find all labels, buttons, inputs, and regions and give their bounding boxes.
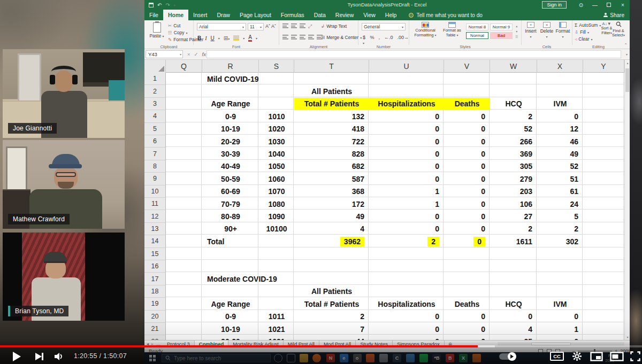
cell-U5[interactable]: 0 bbox=[369, 123, 444, 135]
font-color-icon[interactable]: A bbox=[248, 34, 252, 42]
autoplay-toggle[interactable] bbox=[496, 348, 518, 364]
format-cells-button[interactable]: Format▾ bbox=[555, 22, 571, 39]
col-header-hcq[interactable]: HCQ bbox=[490, 298, 537, 310]
grow-shrink-font-icons[interactable]: Aˆ Aˇ bbox=[265, 24, 276, 29]
close-button[interactable]: × bbox=[616, 0, 630, 10]
column-header-U[interactable]: U bbox=[369, 60, 444, 73]
col-header-age-range[interactable]: Age Range bbox=[202, 98, 259, 110]
orientation-icon[interactable]: ⤢ bbox=[308, 24, 312, 29]
cell-X13[interactable]: 2 bbox=[537, 223, 583, 235]
col-header-deaths[interactable]: Deaths bbox=[444, 98, 490, 110]
menu-tab-review[interactable]: Review bbox=[331, 10, 358, 20]
row-header-14[interactable]: 14 bbox=[144, 235, 166, 247]
col-header-ivm[interactable]: IVM bbox=[537, 298, 583, 310]
font-name-select[interactable]: Arial▾ bbox=[197, 23, 246, 30]
vertical-scroll-thumb[interactable] bbox=[625, 68, 629, 92]
restore-button[interactable] bbox=[602, 0, 616, 10]
menu-tab-formulas[interactable]: Formulas bbox=[276, 10, 309, 20]
cancel-icon[interactable]: × bbox=[187, 51, 190, 57]
cell-W5[interactable]: 52 bbox=[490, 123, 537, 135]
row-header-13[interactable]: 13 bbox=[144, 223, 166, 235]
align-top-icon[interactable] bbox=[282, 24, 288, 28]
col-header-total-patients[interactable]: Total # Patients bbox=[294, 298, 369, 310]
total-value-V[interactable]: 0 bbox=[444, 235, 490, 247]
paste-button[interactable]: Paste ▾ bbox=[148, 22, 165, 44]
format-as-table-button[interactable]: Format as Table ▾ bbox=[440, 22, 464, 37]
copy-button[interactable]: ☷Copy ▾ bbox=[168, 30, 187, 35]
autosum-button[interactable]: ΣAutoSum ▾ bbox=[575, 22, 601, 28]
underline-button[interactable]: U bbox=[211, 35, 215, 41]
menu-tab-file[interactable]: File bbox=[144, 10, 163, 20]
total-value-X[interactable]: 302 bbox=[537, 235, 583, 247]
vertical-scrollbar[interactable]: ▴ ▾ bbox=[624, 60, 630, 340]
col-header-total-patients[interactable]: Total # Patients bbox=[294, 98, 369, 110]
cell-R9[interactable]: 50-59 bbox=[202, 173, 259, 185]
style-gallery-scroll[interactable]: ▴▾☰ bbox=[515, 24, 518, 38]
increase-decimal-icon[interactable]: ←.0 bbox=[384, 35, 393, 45]
settings-button[interactable] bbox=[568, 348, 585, 364]
cell-V8[interactable]: 0 bbox=[444, 160, 490, 173]
row-header-17[interactable]: 17 bbox=[144, 273, 166, 285]
progress-bar[interactable] bbox=[0, 345, 642, 347]
cell-U10[interactable]: 1 bbox=[369, 185, 444, 198]
cell-V21[interactable]: 0 bbox=[444, 323, 490, 335]
row-header-12[interactable]: 12 bbox=[144, 210, 166, 222]
merge-center-button[interactable]: ⊞Merge & Center ▾ bbox=[321, 35, 362, 40]
row-header-8[interactable]: 8 bbox=[144, 160, 166, 173]
name-box[interactable]: Y43▾ bbox=[146, 50, 183, 58]
cell-S10[interactable]: 1070 bbox=[259, 185, 294, 198]
row-header-21[interactable]: 21 bbox=[144, 323, 166, 335]
menu-tab-draw[interactable]: Draw bbox=[212, 10, 235, 20]
cell-S21[interactable]: 1021 bbox=[259, 323, 294, 335]
comma-style-icon[interactable]: , bbox=[378, 35, 380, 45]
cell-X6[interactable]: 46 bbox=[537, 135, 583, 148]
next-button[interactable] bbox=[31, 348, 47, 364]
style-normal[interactable]: Normal bbox=[466, 32, 488, 39]
cell-X21[interactable]: 1 bbox=[537, 323, 583, 335]
fullscreen-button[interactable] bbox=[627, 348, 642, 364]
percent-style-icon[interactable]: % bbox=[370, 35, 374, 45]
cell-T13[interactable]: 4 bbox=[294, 223, 369, 235]
menu-tab-view[interactable]: View bbox=[358, 10, 380, 20]
play-button[interactable] bbox=[7, 348, 26, 364]
align-right-icon[interactable] bbox=[300, 35, 305, 40]
formula-bar-expand-icon[interactable]: ▾ bbox=[626, 52, 628, 56]
decrease-decimal-icon[interactable]: .00→ bbox=[397, 35, 409, 45]
cell-R11[interactable]: 70-79 bbox=[202, 198, 259, 210]
total-label[interactable]: Total bbox=[202, 235, 259, 247]
delete-cells-button[interactable]: × Delete▾ bbox=[539, 22, 555, 39]
table-title-2[interactable]: Moderate COVID-19 bbox=[202, 273, 259, 285]
cell-X9[interactable]: 51 bbox=[537, 173, 583, 185]
menu-tab-page-layout[interactable]: Page Layout bbox=[235, 10, 276, 20]
align-middle-icon[interactable] bbox=[291, 24, 297, 28]
cell-T9[interactable]: 587 bbox=[294, 173, 369, 185]
cell-S7[interactable]: 1040 bbox=[259, 148, 294, 160]
row-header-5[interactable]: 5 bbox=[144, 123, 166, 135]
accounting-format-icon[interactable]: $ ▾ bbox=[363, 35, 365, 45]
col-header-deaths[interactable]: Deaths bbox=[444, 298, 490, 310]
cell-W13[interactable]: 2 bbox=[490, 223, 537, 235]
cell-T5[interactable]: 418 bbox=[294, 123, 369, 135]
cell-V11[interactable]: 0 bbox=[444, 198, 490, 210]
cell-W11[interactable]: 106 bbox=[490, 198, 537, 210]
cell-V5[interactable]: 0 bbox=[444, 123, 490, 135]
cell-W6[interactable]: 266 bbox=[490, 135, 537, 148]
cell-X20[interactable]: 0 bbox=[537, 311, 583, 323]
cell-U4[interactable]: 0 bbox=[369, 110, 444, 122]
menu-tab-data[interactable]: Data bbox=[309, 10, 331, 20]
row-header-19[interactable]: 19 bbox=[144, 298, 166, 310]
cell-X4[interactable]: 0 bbox=[537, 110, 583, 122]
insert-function-icon[interactable]: fx bbox=[202, 51, 206, 57]
total-value-W[interactable]: 1611 bbox=[490, 235, 537, 247]
share-button[interactable]: Share bbox=[603, 10, 624, 20]
cell-R6[interactable]: 20-29 bbox=[202, 135, 259, 148]
column-header-Y[interactable]: Y bbox=[583, 60, 624, 73]
cell-R21[interactable]: 10-19 bbox=[202, 323, 259, 335]
cell-X11[interactable]: 24 bbox=[537, 198, 583, 210]
cell-U11[interactable]: 1 bbox=[369, 198, 444, 210]
excel-grid[interactable]: QRSTUVWXY 123456789101112131415161718192… bbox=[144, 60, 624, 340]
sign-in-button[interactable]: Sign in bbox=[542, 1, 567, 9]
menu-tab-insert[interactable]: Insert bbox=[188, 10, 212, 20]
bold-button[interactable]: B bbox=[197, 35, 201, 41]
select-all-corner[interactable] bbox=[144, 60, 166, 73]
